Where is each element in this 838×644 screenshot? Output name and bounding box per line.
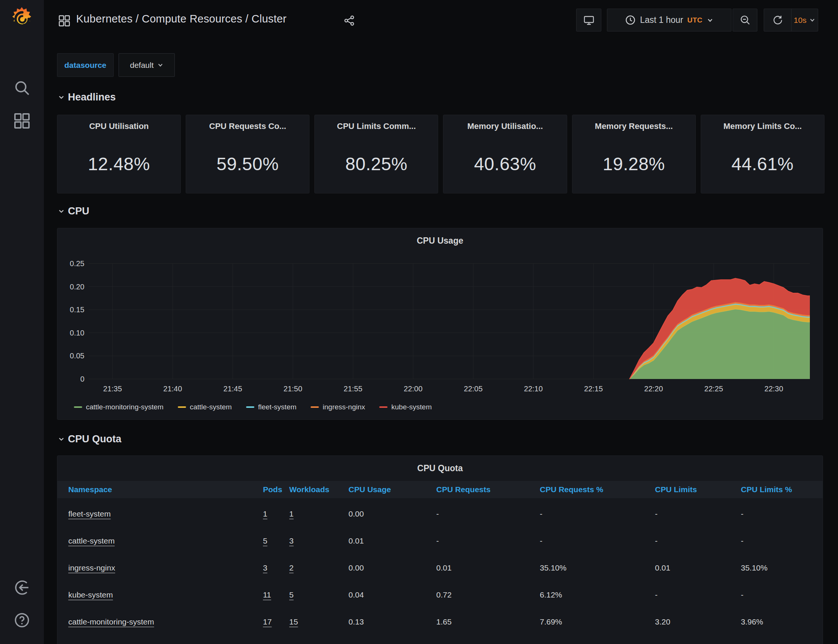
time-range-label: Last 1 hour <box>640 15 683 25</box>
table-cell-value: - <box>655 590 658 599</box>
legend-item[interactable]: kube-system <box>379 403 432 411</box>
pods-link[interactable]: 5 <box>263 536 267 545</box>
table-row: kube-system1150.040.726.12%-- <box>58 582 823 608</box>
legend-series-swatch <box>246 406 254 408</box>
search-icon[interactable] <box>14 80 30 96</box>
stat-panels-row: CPU Utilisation12.48%CPU Requests Co...5… <box>57 115 825 194</box>
nav-sidebar <box>0 0 44 644</box>
grafana-logo-icon[interactable] <box>9 7 34 31</box>
table-row: ingress-nginx320.000.0135.10%0.0135.10% <box>58 554 823 582</box>
workloads-link[interactable]: 1 <box>289 509 294 518</box>
legend-series-swatch <box>311 406 319 408</box>
panel-title-cpu-usage[interactable]: CPU Usage <box>58 236 823 246</box>
column-header[interactable]: CPU Requests % <box>540 485 655 494</box>
table-cell-value: - <box>436 536 439 545</box>
namespace-link[interactable]: kube-system <box>68 590 113 599</box>
legend-series-label: ingress-nginx <box>323 403 365 411</box>
workloads-link[interactable]: 3 <box>289 536 294 545</box>
table-cell-value: - <box>540 536 542 545</box>
time-range-picker[interactable]: Last 1 hour UTC <box>607 8 731 31</box>
stat-panel: CPU Limits Comm...80.25% <box>314 115 438 194</box>
table-cell-value: 6.12% <box>540 590 562 599</box>
stat-panel-title[interactable]: CPU Requests Co... <box>186 122 309 131</box>
stat-panel: CPU Utilisation12.48% <box>57 115 181 194</box>
variable-label-datasource[interactable]: datasource <box>57 53 114 77</box>
svg-text:0.15: 0.15 <box>70 306 84 314</box>
legend-series-label: fleet-system <box>258 403 296 411</box>
column-header[interactable]: CPU Limits <box>655 485 741 494</box>
refresh-button[interactable] <box>764 9 791 31</box>
refresh-interval-value: 10s <box>794 16 807 25</box>
namespace-link[interactable]: ingress-nginx <box>68 564 115 572</box>
workloads-link[interactable]: 5 <box>289 590 294 599</box>
legend-item[interactable]: cattle-monitoring-system <box>74 403 163 411</box>
section-header-cpu-quota[interactable]: CPU Quota <box>58 432 122 446</box>
chevron-down-icon <box>707 17 713 24</box>
table-cell-value: 0.01 <box>655 564 670 572</box>
svg-text:21:55: 21:55 <box>344 384 362 393</box>
stat-panel-title[interactable]: Memory Requests... <box>573 122 695 131</box>
refresh-interval-dropdown[interactable]: 10s <box>791 9 818 31</box>
legend-item[interactable]: ingress-nginx <box>311 403 365 411</box>
table-cell-value: 35.10% <box>540 564 566 572</box>
pods-link[interactable]: 17 <box>263 618 272 626</box>
dashboards-icon[interactable] <box>14 113 30 129</box>
namespace-link[interactable]: fleet-system <box>68 509 111 518</box>
dashboard-title[interactable]: Kubernetes / Compute Resources / Cluster <box>76 13 286 25</box>
namespace-link[interactable]: cattle-monitoring-system <box>68 618 154 626</box>
sign-out-icon[interactable] <box>14 580 30 596</box>
table-cell-value: - <box>540 509 542 518</box>
grafana-dashboard: Kubernetes / Compute Resources / Cluster… <box>0 0 838 644</box>
stat-panel: Memory Limits Co...44.61% <box>701 115 825 194</box>
stat-panel-title[interactable]: CPU Limits Comm... <box>315 122 438 131</box>
svg-text:0.05: 0.05 <box>70 352 84 360</box>
legend-series-label: cattle-monitoring-system <box>86 403 163 411</box>
table-cell-value: - <box>655 509 658 518</box>
legend-item[interactable]: cattle-system <box>178 403 232 411</box>
stat-panel-title[interactable]: CPU Utilisation <box>58 122 180 131</box>
stat-panel-value: 80.25% <box>315 154 438 174</box>
column-header[interactable]: CPU Limits % <box>741 485 812 494</box>
pods-link[interactable]: 1 <box>263 509 267 518</box>
svg-text:0.25: 0.25 <box>70 260 84 268</box>
column-header[interactable]: CPU Requests <box>436 485 540 494</box>
table-cell-value: 0.00 <box>349 564 364 572</box>
chevron-down-icon <box>58 436 64 442</box>
section-header-cpu[interactable]: CPU <box>58 204 89 218</box>
workloads-link[interactable]: 2 <box>289 564 294 572</box>
stat-panel-value: 19.28% <box>573 154 695 174</box>
table-cell-value: - <box>741 509 744 518</box>
zoom-out-button[interactable] <box>733 8 757 31</box>
stat-panel-title[interactable]: Memory Utilisatio... <box>443 122 566 131</box>
svg-text:22:20: 22:20 <box>644 384 663 393</box>
column-header[interactable]: Workloads <box>289 485 349 494</box>
column-header[interactable]: CPU Usage <box>349 485 436 494</box>
section-title: CPU <box>68 205 89 217</box>
table-cell-value: 0.00 <box>349 509 364 518</box>
svg-text:22:00: 22:00 <box>403 384 422 393</box>
kiosk-mode-button[interactable] <box>576 8 601 31</box>
panel-title-cpu-quota[interactable]: CPU Quota <box>58 463 823 473</box>
table-cell-value: 3.96% <box>741 618 763 626</box>
table-cell-value: 0.01 <box>349 536 364 545</box>
section-header-headlines[interactable]: Headlines <box>58 90 116 104</box>
workloads-link[interactable]: 15 <box>289 618 298 626</box>
stat-panel: Memory Utilisatio...40.63% <box>443 115 567 194</box>
svg-text:22:15: 22:15 <box>584 384 603 393</box>
namespace-link[interactable]: cattle-system <box>68 536 115 545</box>
monitor-icon <box>583 15 594 26</box>
variable-value-dropdown[interactable]: default <box>119 53 175 77</box>
help-icon[interactable] <box>14 612 30 628</box>
stat-panel-value: 40.63% <box>443 154 566 174</box>
svg-text:0.20: 0.20 <box>70 283 84 291</box>
pods-link[interactable]: 3 <box>263 564 267 572</box>
stat-panel-title[interactable]: Memory Limits Co... <box>701 122 824 131</box>
legend-series-swatch <box>178 406 186 408</box>
svg-text:0: 0 <box>80 375 84 383</box>
column-header[interactable]: Namespace <box>68 485 263 494</box>
legend-item[interactable]: fleet-system <box>246 403 296 411</box>
column-header[interactable]: Pods <box>263 485 289 494</box>
svg-text:22:05: 22:05 <box>464 384 483 393</box>
pods-link[interactable]: 11 <box>263 590 271 599</box>
share-icon[interactable] <box>343 15 355 26</box>
